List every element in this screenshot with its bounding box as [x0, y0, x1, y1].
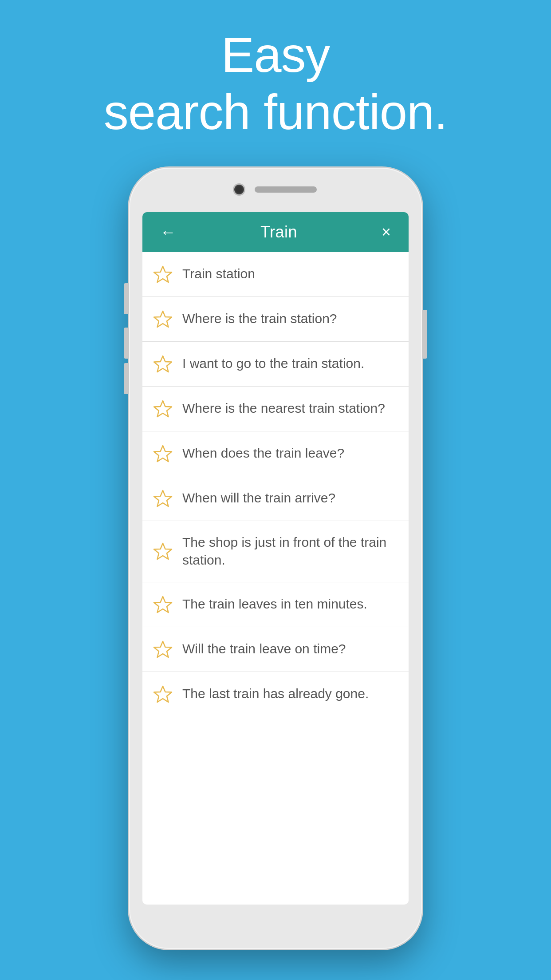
- svg-marker-3: [154, 401, 172, 417]
- list-item[interactable]: When does the train leave?: [142, 431, 409, 476]
- headline-line1: Easy: [104, 27, 448, 84]
- phrase-text: The shop is just in front of the train s…: [182, 533, 398, 569]
- svg-marker-7: [154, 597, 172, 612]
- star-icon[interactable]: [153, 541, 173, 561]
- phrase-list: Train station Where is the train station…: [142, 252, 409, 905]
- close-button[interactable]: ×: [377, 220, 395, 245]
- star-icon[interactable]: [153, 595, 173, 614]
- speaker: [255, 186, 317, 193]
- phrase-text: The train leaves in ten minutes.: [182, 595, 367, 613]
- phrase-text: Where is the train station?: [182, 310, 337, 328]
- phone-frame: ← Train × Train station Where is the tra…: [129, 168, 422, 949]
- phrase-text: Train station: [182, 265, 255, 283]
- star-icon[interactable]: [153, 444, 173, 463]
- svg-marker-9: [154, 686, 172, 702]
- phrase-text: Where is the nearest train station?: [182, 399, 385, 418]
- phone-mockup: ← Train × Train station Where is the tra…: [129, 168, 422, 949]
- camera: [234, 185, 244, 194]
- phrase-text: When will the train arrive?: [182, 489, 335, 507]
- list-item[interactable]: The shop is just in front of the train s…: [142, 521, 409, 582]
- phone-screen: ← Train × Train station Where is the tra…: [142, 212, 409, 905]
- headline-line2: search function.: [104, 84, 448, 141]
- app-title: Train: [260, 223, 297, 241]
- list-item[interactable]: I want to go to the train station.: [142, 342, 409, 387]
- svg-marker-0: [154, 266, 172, 282]
- list-item[interactable]: The train leaves in ten minutes.: [142, 582, 409, 627]
- back-button[interactable]: ←: [156, 220, 181, 245]
- star-icon[interactable]: [153, 399, 173, 419]
- phrase-text: Will the train leave on time?: [182, 640, 346, 658]
- headline: Easy search function.: [104, 27, 448, 141]
- list-item[interactable]: Will the train leave on time?: [142, 627, 409, 672]
- list-item[interactable]: When will the train arrive?: [142, 476, 409, 521]
- star-icon[interactable]: [153, 309, 173, 329]
- list-item[interactable]: Train station: [142, 252, 409, 297]
- star-icon[interactable]: [153, 684, 173, 704]
- star-icon[interactable]: [153, 489, 173, 508]
- svg-marker-4: [154, 446, 172, 462]
- svg-marker-1: [154, 311, 172, 327]
- svg-marker-5: [154, 490, 172, 506]
- star-icon[interactable]: [153, 354, 173, 374]
- star-icon[interactable]: [153, 640, 173, 659]
- phrase-text: I want to go to the train station.: [182, 355, 364, 373]
- phone-top-bar: [234, 185, 317, 194]
- list-item[interactable]: The last train has already gone.: [142, 672, 409, 716]
- phrase-text: When does the train leave?: [182, 444, 344, 462]
- list-item[interactable]: Where is the train station?: [142, 297, 409, 342]
- star-icon[interactable]: [153, 265, 173, 284]
- list-item[interactable]: Where is the nearest train station?: [142, 387, 409, 431]
- svg-marker-6: [154, 543, 172, 559]
- svg-marker-8: [154, 641, 172, 657]
- app-header: ← Train ×: [142, 212, 409, 252]
- svg-marker-2: [154, 356, 172, 372]
- phrase-text: The last train has already gone.: [182, 685, 369, 703]
